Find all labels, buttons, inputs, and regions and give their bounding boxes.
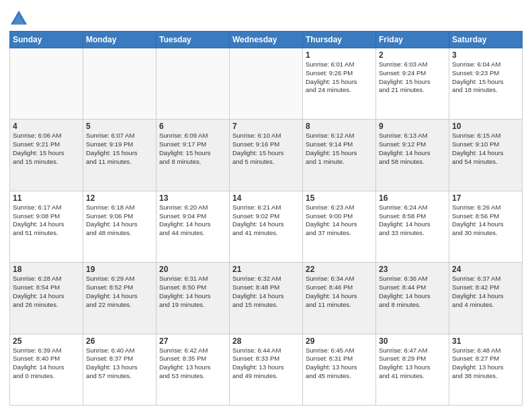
day-info: Sunrise: 6:21 AM Sunset: 9:02 PM Dayligh… (232, 203, 284, 236)
calendar-cell: 30Sunrise: 6:47 AM Sunset: 8:29 PM Dayli… (376, 334, 449, 405)
calendar-cell: 29Sunrise: 6:45 AM Sunset: 8:31 PM Dayli… (303, 334, 376, 405)
weekday-header-saturday: Saturday (449, 32, 523, 48)
calendar-cell: 28Sunrise: 6:44 AM Sunset: 8:33 PM Dayli… (230, 334, 303, 405)
weekday-header-row: SundayMondayTuesdayWednesdayThursdayFrid… (10, 32, 523, 48)
day-number: 22 (306, 265, 373, 274)
day-number: 31 (452, 336, 519, 346)
day-number: 11 (13, 193, 80, 203)
day-number: 28 (232, 336, 300, 346)
day-number: 30 (379, 336, 446, 346)
calendar-cell: 27Sunrise: 6:42 AM Sunset: 8:35 PM Dayli… (157, 334, 230, 405)
calendar-cell: 23Sunrise: 6:36 AM Sunset: 8:44 PM Dayli… (376, 263, 449, 334)
day-number: 15 (306, 193, 373, 203)
day-info: Sunrise: 6:07 AM Sunset: 9:19 PM Dayligh… (86, 132, 138, 165)
day-number: 13 (159, 193, 226, 203)
day-number: 5 (86, 122, 153, 131)
day-number: 29 (306, 336, 373, 346)
weekday-header-friday: Friday (376, 32, 449, 48)
day-info: Sunrise: 6:36 AM Sunset: 8:44 PM Dayligh… (379, 275, 431, 308)
calendar-cell (157, 48, 230, 120)
calendar-week-row-1: 1Sunrise: 6:01 AM Sunset: 9:26 PM Daylig… (10, 48, 523, 120)
day-info: Sunrise: 6:10 AM Sunset: 9:16 PM Dayligh… (232, 132, 284, 165)
day-info: Sunrise: 6:45 AM Sunset: 8:31 PM Dayligh… (306, 347, 357, 379)
calendar-week-row-2: 4Sunrise: 6:06 AM Sunset: 9:21 PM Daylig… (10, 120, 523, 191)
day-info: Sunrise: 6:06 AM Sunset: 9:21 PM Dayligh… (13, 132, 64, 165)
calendar-week-row-3: 11Sunrise: 6:17 AM Sunset: 9:08 PM Dayli… (10, 191, 523, 262)
day-number: 2 (379, 50, 446, 60)
calendar-cell: 20Sunrise: 6:31 AM Sunset: 8:50 PM Dayli… (157, 263, 230, 334)
calendar-cell: 5Sunrise: 6:07 AM Sunset: 9:19 PM Daylig… (83, 120, 157, 191)
day-number: 24 (452, 265, 519, 274)
day-info: Sunrise: 6:20 AM Sunset: 9:04 PM Dayligh… (159, 203, 211, 236)
calendar-cell: 19Sunrise: 6:29 AM Sunset: 8:52 PM Dayli… (83, 263, 157, 334)
day-number: 17 (452, 193, 519, 203)
calendar-cell: 9Sunrise: 6:13 AM Sunset: 9:12 PM Daylig… (376, 120, 449, 191)
calendar-cell: 12Sunrise: 6:18 AM Sunset: 9:06 PM Dayli… (83, 191, 157, 262)
day-info: Sunrise: 6:03 AM Sunset: 9:24 PM Dayligh… (379, 60, 431, 93)
day-info: Sunrise: 6:17 AM Sunset: 9:08 PM Dayligh… (13, 203, 64, 236)
day-number: 9 (379, 122, 446, 131)
day-info: Sunrise: 6:01 AM Sunset: 9:26 PM Dayligh… (306, 60, 357, 93)
day-info: Sunrise: 6:13 AM Sunset: 9:12 PM Dayligh… (379, 132, 431, 165)
day-info: Sunrise: 6:42 AM Sunset: 8:35 PM Dayligh… (159, 347, 211, 379)
calendar-cell (230, 48, 303, 120)
day-number: 20 (159, 265, 226, 274)
calendar-cell: 25Sunrise: 6:39 AM Sunset: 8:40 PM Dayli… (10, 334, 83, 405)
day-info: Sunrise: 6:24 AM Sunset: 8:58 PM Dayligh… (379, 203, 431, 236)
calendar-cell: 14Sunrise: 6:21 AM Sunset: 9:02 PM Dayli… (230, 191, 303, 262)
logo (9, 9, 31, 28)
day-info: Sunrise: 6:40 AM Sunset: 8:37 PM Dayligh… (86, 347, 138, 379)
day-info: Sunrise: 6:28 AM Sunset: 8:54 PM Dayligh… (13, 275, 64, 308)
weekday-header-sunday: Sunday (10, 32, 83, 48)
calendar-cell: 2Sunrise: 6:03 AM Sunset: 9:24 PM Daylig… (376, 48, 449, 120)
calendar-cell: 7Sunrise: 6:10 AM Sunset: 9:16 PM Daylig… (230, 120, 303, 191)
calendar-cell: 15Sunrise: 6:23 AM Sunset: 9:00 PM Dayli… (303, 191, 376, 262)
day-number: 8 (306, 122, 373, 131)
day-number: 25 (13, 336, 80, 346)
calendar-cell (83, 48, 157, 120)
day-info: Sunrise: 6:18 AM Sunset: 9:06 PM Dayligh… (86, 203, 138, 236)
weekday-header-tuesday: Tuesday (157, 32, 230, 48)
day-info: Sunrise: 6:29 AM Sunset: 8:52 PM Dayligh… (86, 275, 138, 308)
day-info: Sunrise: 6:47 AM Sunset: 8:29 PM Dayligh… (379, 347, 431, 379)
page: SundayMondayTuesdayWednesdayThursdayFrid… (0, 0, 532, 411)
day-number: 16 (379, 193, 446, 203)
weekday-header-thursday: Thursday (303, 32, 376, 48)
calendar-cell: 4Sunrise: 6:06 AM Sunset: 9:21 PM Daylig… (10, 120, 83, 191)
calendar-cell (10, 48, 83, 120)
calendar-cell: 21Sunrise: 6:32 AM Sunset: 8:48 PM Dayli… (230, 263, 303, 334)
calendar-cell: 22Sunrise: 6:34 AM Sunset: 8:46 PM Dayli… (303, 263, 376, 334)
top-section (9, 7, 523, 28)
day-info: Sunrise: 6:26 AM Sunset: 8:56 PM Dayligh… (452, 203, 504, 236)
calendar-cell: 10Sunrise: 6:15 AM Sunset: 9:10 PM Dayli… (449, 120, 523, 191)
calendar-cell: 16Sunrise: 6:24 AM Sunset: 8:58 PM Dayli… (376, 191, 449, 262)
day-info: Sunrise: 6:39 AM Sunset: 8:40 PM Dayligh… (13, 347, 64, 379)
day-number: 18 (13, 265, 80, 274)
calendar-cell: 18Sunrise: 6:28 AM Sunset: 8:54 PM Dayli… (10, 263, 83, 334)
calendar-cell: 8Sunrise: 6:12 AM Sunset: 9:14 PM Daylig… (303, 120, 376, 191)
weekday-header-monday: Monday (83, 32, 157, 48)
day-info: Sunrise: 6:48 AM Sunset: 8:27 PM Dayligh… (452, 347, 504, 379)
day-info: Sunrise: 6:15 AM Sunset: 9:10 PM Dayligh… (452, 132, 504, 165)
calendar-cell: 6Sunrise: 6:09 AM Sunset: 9:17 PM Daylig… (157, 120, 230, 191)
calendar-cell: 24Sunrise: 6:37 AM Sunset: 8:42 PM Dayli… (449, 263, 523, 334)
logo-icon (9, 9, 28, 28)
day-info: Sunrise: 6:31 AM Sunset: 8:50 PM Dayligh… (159, 275, 211, 308)
day-info: Sunrise: 6:12 AM Sunset: 9:14 PM Dayligh… (306, 132, 357, 165)
day-number: 3 (452, 50, 519, 60)
day-info: Sunrise: 6:23 AM Sunset: 9:00 PM Dayligh… (306, 203, 357, 236)
day-info: Sunrise: 6:44 AM Sunset: 8:33 PM Dayligh… (232, 347, 284, 379)
day-number: 4 (13, 122, 80, 131)
day-number: 12 (86, 193, 153, 203)
calendar-cell: 3Sunrise: 6:04 AM Sunset: 9:23 PM Daylig… (449, 48, 523, 120)
day-number: 6 (159, 122, 226, 131)
calendar-cell: 31Sunrise: 6:48 AM Sunset: 8:27 PM Dayli… (449, 334, 523, 405)
day-number: 23 (379, 265, 446, 274)
day-number: 7 (232, 122, 300, 131)
calendar-week-row-5: 25Sunrise: 6:39 AM Sunset: 8:40 PM Dayli… (10, 334, 523, 405)
day-number: 1 (306, 50, 373, 60)
day-info: Sunrise: 6:37 AM Sunset: 8:42 PM Dayligh… (452, 275, 504, 308)
day-info: Sunrise: 6:04 AM Sunset: 9:23 PM Dayligh… (452, 60, 504, 93)
day-number: 19 (86, 265, 153, 274)
calendar-cell: 17Sunrise: 6:26 AM Sunset: 8:56 PM Dayli… (449, 191, 523, 262)
